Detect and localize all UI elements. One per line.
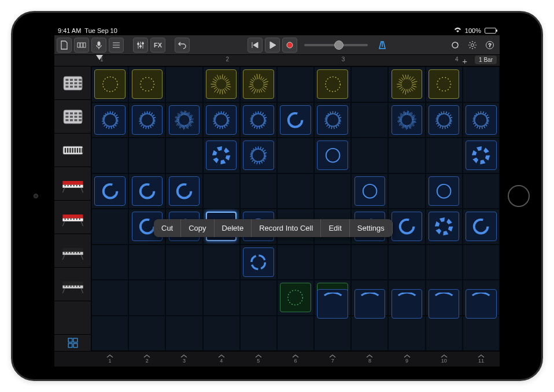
track-header-0[interactable]	[54, 66, 91, 100]
context-menu-item-record-into-cell[interactable]: Record Into Cell	[252, 219, 321, 237]
loop-clip[interactable]	[429, 176, 459, 206]
grid-cell[interactable]	[91, 316, 128, 352]
loop-clip[interactable]	[243, 247, 274, 277]
grid-cell[interactable]	[128, 316, 165, 352]
loop-clip[interactable]	[317, 289, 348, 319]
grid-cell[interactable]	[463, 102, 500, 138]
grid-cell[interactable]	[463, 173, 500, 209]
grid-cell[interactable]	[351, 316, 388, 352]
grid-cell[interactable]	[91, 280, 128, 316]
loop-clip[interactable]	[132, 105, 162, 135]
loop-clip[interactable]	[169, 176, 200, 206]
grid-cell[interactable]	[388, 102, 425, 138]
home-button[interactable]	[508, 185, 530, 207]
grid-cell[interactable]	[128, 138, 165, 173]
grid-cell[interactable]	[203, 173, 240, 209]
fx-button[interactable]: FX	[150, 38, 165, 53]
column-trigger-9[interactable]: 9	[389, 352, 426, 367]
track-header-6[interactable]	[54, 268, 91, 301]
loop-clip[interactable]	[392, 69, 422, 99]
grid-cell[interactable]	[426, 102, 463, 138]
my-songs-button[interactable]	[57, 38, 72, 53]
column-trigger-1[interactable]: 1	[91, 352, 128, 367]
grid-cell[interactable]	[388, 316, 425, 352]
grid-cell[interactable]	[128, 173, 165, 209]
browser-button[interactable]	[74, 38, 89, 53]
context-menu-item-settings[interactable]: Settings	[350, 219, 393, 237]
grid-cell[interactable]	[165, 102, 202, 138]
loop-clip[interactable]	[429, 212, 459, 241]
grid-cell[interactable]	[463, 245, 500, 280]
column-trigger-6[interactable]: 6	[277, 352, 314, 367]
column-trigger-8[interactable]: 8	[351, 352, 388, 367]
track-header-5[interactable]	[54, 234, 91, 268]
loop-clip[interactable]	[94, 176, 125, 206]
loop-clip[interactable]	[429, 289, 459, 319]
track-header-2[interactable]	[54, 134, 91, 167]
grid-cell[interactable]	[463, 209, 500, 245]
grid-cell[interactable]	[426, 209, 463, 245]
loop-clip[interactable]	[243, 69, 274, 99]
grid-cell[interactable]	[165, 245, 202, 280]
grid-cell[interactable]	[426, 245, 463, 280]
undo-button[interactable]	[175, 38, 190, 53]
grid-cell[interactable]	[426, 138, 463, 173]
metronome-button[interactable]	[375, 38, 390, 53]
grid-cell[interactable]	[351, 138, 388, 173]
track-header-7[interactable]	[54, 301, 91, 335]
grid-cell[interactable]	[91, 245, 128, 280]
grid-cell[interactable]	[240, 173, 277, 209]
grid-cell[interactable]	[165, 138, 202, 173]
loop-clip[interactable]	[132, 176, 162, 206]
column-trigger-5[interactable]: 5	[240, 352, 277, 367]
grid-cell[interactable]	[203, 102, 240, 138]
column-trigger-10[interactable]: 10	[426, 352, 463, 367]
grid-cell[interactable]	[277, 138, 314, 173]
loop-clip[interactable]	[354, 289, 385, 319]
play-button[interactable]	[265, 38, 280, 53]
grid-cell[interactable]	[240, 66, 277, 102]
grid-cell[interactable]	[314, 245, 351, 280]
master-volume-slider[interactable]	[304, 44, 368, 46]
loop-clip[interactable]	[392, 105, 422, 135]
grid-cell[interactable]	[91, 209, 128, 245]
grid-cell[interactable]	[165, 280, 202, 316]
column-trigger-3[interactable]: 3	[165, 352, 202, 367]
grid-cell[interactable]	[426, 173, 463, 209]
grid-cell[interactable]	[165, 173, 202, 209]
grid-cell[interactable]	[388, 245, 425, 280]
loop-clip[interactable]	[132, 69, 162, 99]
grid-cell[interactable]	[277, 173, 314, 209]
grid-cell[interactable]	[128, 280, 165, 316]
grid-cell[interactable]	[388, 138, 425, 173]
loop-clip[interactable]	[317, 69, 348, 99]
loop-clip[interactable]	[280, 105, 311, 135]
grid-cell[interactable]	[128, 245, 165, 280]
grid-cell[interactable]	[388, 173, 425, 209]
loop-clip[interactable]	[94, 69, 125, 99]
grid-cell[interactable]	[128, 66, 165, 102]
context-menu-item-edit[interactable]: Edit	[321, 219, 349, 237]
record-button[interactable]	[282, 38, 297, 53]
grid-cell[interactable]	[388, 209, 425, 245]
grid-cell[interactable]	[240, 245, 277, 280]
timeline-ruler[interactable]: 1 2 3 4 + 1 Bar	[54, 55, 500, 66]
loop-clip[interactable]	[280, 283, 311, 312]
loop-clip[interactable]	[317, 105, 348, 135]
loop-clip[interactable]	[206, 105, 237, 135]
grid-cell[interactable]	[388, 66, 425, 102]
grid-cell[interactable]	[277, 102, 314, 138]
grid-cell[interactable]	[351, 102, 388, 138]
track-header-4[interactable]	[54, 201, 91, 234]
add-section-button[interactable]: +	[462, 56, 467, 66]
grid-cell[interactable]	[91, 173, 128, 209]
grid-cell[interactable]	[314, 138, 351, 173]
grid-cell[interactable]	[314, 66, 351, 102]
context-menu-item-copy[interactable]: Copy	[181, 219, 214, 237]
mixer-button[interactable]	[133, 38, 148, 53]
tracks-button[interactable]	[109, 38, 124, 53]
grid-cell[interactable]	[277, 316, 314, 352]
grid-cell[interactable]	[240, 102, 277, 138]
loop-clip[interactable]	[466, 212, 496, 241]
loop-clip[interactable]	[392, 289, 422, 319]
